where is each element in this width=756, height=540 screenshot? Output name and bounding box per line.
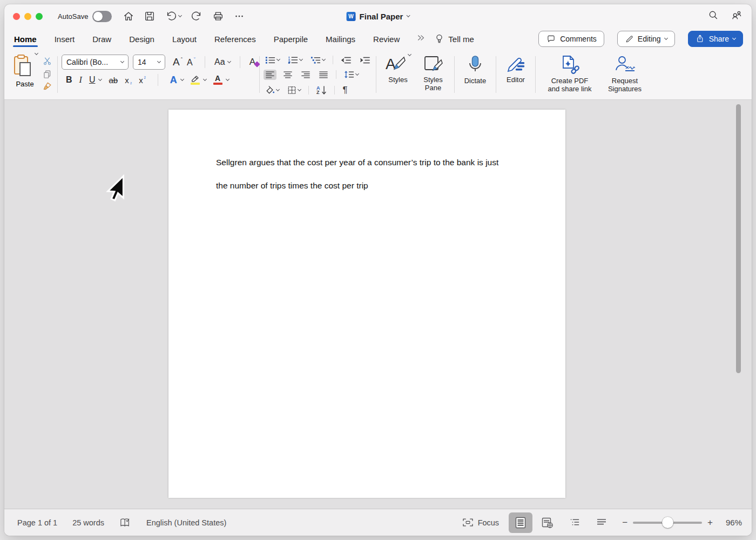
paragraph-marks-button[interactable]: ¶ <box>341 84 349 97</box>
font-color-chevron-icon[interactable] <box>226 77 230 80</box>
create-pdf-button[interactable]: Create PDF and share link <box>539 50 600 99</box>
bullets-button[interactable] <box>264 55 281 65</box>
text-effects-button[interactable]: A <box>170 75 177 86</box>
shading-button[interactable] <box>264 85 281 96</box>
zoom-slider[interactable] <box>633 522 702 524</box>
zoom-in-button[interactable]: + <box>707 517 713 528</box>
paste-chevron-icon[interactable] <box>34 51 38 55</box>
tab-layout[interactable]: Layout <box>171 30 198 49</box>
editing-mode-button[interactable]: Editing <box>617 31 675 47</box>
strikethrough-button[interactable]: ab <box>109 76 118 85</box>
zoom-level[interactable]: 96% <box>718 518 742 527</box>
format-painter-icon[interactable] <box>42 82 52 94</box>
comments-button[interactable]: Comments <box>538 31 604 47</box>
font-name-select[interactable]: Calibri (Bo... <box>62 55 129 70</box>
styles-pane-button[interactable]: Styles Pane <box>416 50 450 99</box>
clipboard-group: Paste <box>9 50 53 99</box>
document-title[interactable]: W Final Paper <box>347 12 410 21</box>
editor-button[interactable]: Editor <box>500 50 531 99</box>
line-spacing-button[interactable] <box>342 69 360 80</box>
zoom-slider-thumb[interactable] <box>662 517 673 528</box>
save-icon[interactable] <box>144 10 156 22</box>
tab-review[interactable]: Review <box>372 30 401 49</box>
font-color-button[interactable]: A <box>213 75 222 85</box>
document-text-line[interactable]: the number of trips times the cost per t… <box>168 168 565 191</box>
align-right-button[interactable] <box>299 70 312 80</box>
text-effects-chevron-icon[interactable] <box>180 77 184 80</box>
dictate-button[interactable]: Dictate <box>458 50 492 99</box>
draft-view-button[interactable] <box>590 512 613 533</box>
align-center-button[interactable] <box>281 70 294 80</box>
share-chevron-icon <box>732 36 736 39</box>
underline-button[interactable]: U <box>89 75 96 85</box>
print-icon[interactable] <box>212 10 224 22</box>
grow-font-button[interactable]: Aˆ <box>173 56 183 68</box>
more-commands-icon[interactable] <box>233 10 245 22</box>
undo-chevron-icon[interactable] <box>178 13 182 17</box>
tab-design[interactable]: Design <box>128 30 156 49</box>
clear-formatting-button[interactable]: A <box>249 57 255 68</box>
small-divider <box>158 74 158 86</box>
share-button[interactable]: Share <box>688 31 743 47</box>
underline-chevron-icon[interactable] <box>98 77 102 80</box>
document-area[interactable]: Sellgren argues that the cost per year o… <box>4 100 752 509</box>
change-case-glyph: Aa <box>214 57 225 67</box>
zoom-window-button[interactable] <box>36 13 43 20</box>
search-icon[interactable] <box>707 9 719 23</box>
cut-icon[interactable] <box>42 56 52 69</box>
people-icon[interactable] <box>730 9 743 23</box>
close-window-button[interactable] <box>13 13 20 20</box>
undo-button[interactable] <box>165 10 181 22</box>
paste-button[interactable]: Paste <box>9 54 41 99</box>
tab-mailings[interactable]: Mailings <box>325 30 356 49</box>
sort-z-glyph: Z <box>316 90 320 94</box>
tab-references[interactable]: References <box>213 30 257 49</box>
tell-me[interactable]: Tell me <box>435 33 474 44</box>
document-page[interactable]: Sellgren argues that the cost per year o… <box>168 110 565 498</box>
sort-button[interactable]: A Z <box>315 85 329 96</box>
outline-view-button[interactable] <box>563 512 586 533</box>
tab-draw[interactable]: Draw <box>91 30 112 49</box>
numbering-button[interactable] <box>286 55 304 65</box>
font-size-select[interactable]: 14 <box>133 55 165 70</box>
focus-button[interactable]: Focus <box>462 518 500 527</box>
bold-button[interactable]: B <box>66 75 72 85</box>
shrink-font-button[interactable]: Aˇ <box>187 57 195 68</box>
zoom-out-button[interactable]: − <box>622 517 627 528</box>
print-layout-view-button[interactable] <box>509 512 532 533</box>
redo-button[interactable] <box>191 10 203 22</box>
title-chevron-icon[interactable] <box>406 13 410 17</box>
document-text-line[interactable]: Sellgren argues that the cost per year o… <box>168 110 565 168</box>
numbering-chevron-icon <box>299 57 303 60</box>
copy-icon[interactable] <box>42 69 52 82</box>
subscript-button[interactable]: x₂ <box>125 76 132 85</box>
change-case-button[interactable]: Aa <box>214 57 231 67</box>
decrease-indent-button[interactable] <box>339 55 353 65</box>
highlight-chevron-icon[interactable] <box>203 77 207 80</box>
italic-button[interactable]: I <box>79 75 82 85</box>
proofing-status-icon[interactable] <box>119 517 131 528</box>
tab-home[interactable]: Home <box>13 30 38 49</box>
small-divider <box>336 70 336 79</box>
font-name-value: Calibri (Bo... <box>66 58 118 66</box>
highlight-button[interactable] <box>191 75 200 85</box>
vertical-scrollbar[interactable] <box>736 104 741 373</box>
autosave-toggle[interactable] <box>92 11 112 22</box>
page-count[interactable]: Page 1 of 1 <box>17 518 57 527</box>
tab-paperpile[interactable]: Paperpile <box>273 30 309 49</box>
borders-button[interactable] <box>286 85 302 96</box>
justify-button[interactable] <box>317 70 330 80</box>
tab-overflow-icon[interactable] <box>416 34 426 44</box>
tab-insert[interactable]: Insert <box>53 30 76 49</box>
home-icon[interactable] <box>123 10 134 22</box>
align-left-button[interactable] <box>264 70 276 80</box>
multilevel-list-button[interactable] <box>309 55 327 65</box>
web-layout-view-button[interactable] <box>536 512 559 533</box>
minimize-window-button[interactable] <box>24 13 31 20</box>
superscript-button[interactable]: x² <box>139 76 146 85</box>
styles-button[interactable]: A Styles <box>380 50 416 99</box>
language-status[interactable]: English (United States) <box>146 518 226 527</box>
request-signatures-button[interactable]: Request Signatures <box>600 50 650 99</box>
increase-indent-button[interactable] <box>358 55 372 65</box>
word-count[interactable]: 25 words <box>72 518 104 527</box>
